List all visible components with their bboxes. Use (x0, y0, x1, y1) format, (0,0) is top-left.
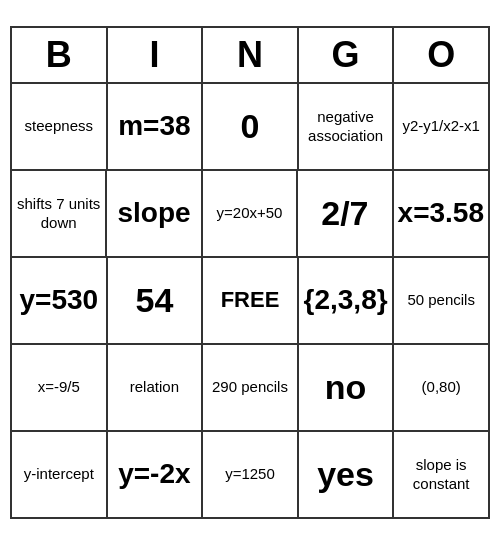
header-letter: N (203, 28, 299, 82)
header-letter: G (299, 28, 395, 82)
bingo-cell: (0,80) (394, 345, 488, 430)
bingo-cell: 0 (203, 84, 299, 169)
header-letter: B (12, 28, 108, 82)
bingo-cell: x=3.58 (394, 171, 488, 256)
bingo-cell: 54 (108, 258, 204, 343)
bingo-cell: relation (108, 345, 204, 430)
bingo-cell: y2-y1/x2-x1 (394, 84, 488, 169)
bingo-cell: negative association (299, 84, 395, 169)
bingo-row: y=53054FREE{2,3,8}50 pencils (12, 258, 488, 345)
bingo-cell: slope (107, 171, 202, 256)
bingo-row: shifts 7 units downslopey=20x+502/7x=3.5… (12, 171, 488, 258)
bingo-cell: yes (299, 432, 395, 517)
bingo-cell: y=530 (12, 258, 108, 343)
bingo-row: steepnessm=380negative associationy2-y1/… (12, 84, 488, 171)
bingo-cell: FREE (203, 258, 299, 343)
bingo-cell: y=20x+50 (203, 171, 298, 256)
bingo-cell: {2,3,8} (299, 258, 395, 343)
bingo-cell: shifts 7 units down (12, 171, 107, 256)
bingo-cell: x=-9/5 (12, 345, 108, 430)
bingo-cell: no (299, 345, 395, 430)
bingo-cell: 290 pencils (203, 345, 299, 430)
bingo-row: x=-9/5relation290 pencilsno(0,80) (12, 345, 488, 432)
bingo-cell: 50 pencils (394, 258, 488, 343)
header-letter: I (108, 28, 204, 82)
bingo-cell: slope is constant (394, 432, 488, 517)
bingo-cell: 2/7 (298, 171, 393, 256)
bingo-body: steepnessm=380negative associationy2-y1/… (12, 84, 488, 517)
bingo-cell: y-intercept (12, 432, 108, 517)
bingo-cell: steepness (12, 84, 108, 169)
bingo-cell: m=38 (108, 84, 204, 169)
bingo-cell: y=1250 (203, 432, 299, 517)
bingo-header: BINGO (12, 28, 488, 84)
bingo-row: y-intercepty=-2xy=1250yesslope is consta… (12, 432, 488, 517)
bingo-card: BINGO steepnessm=380negative association… (10, 26, 490, 519)
bingo-cell: y=-2x (108, 432, 204, 517)
header-letter: O (394, 28, 488, 82)
